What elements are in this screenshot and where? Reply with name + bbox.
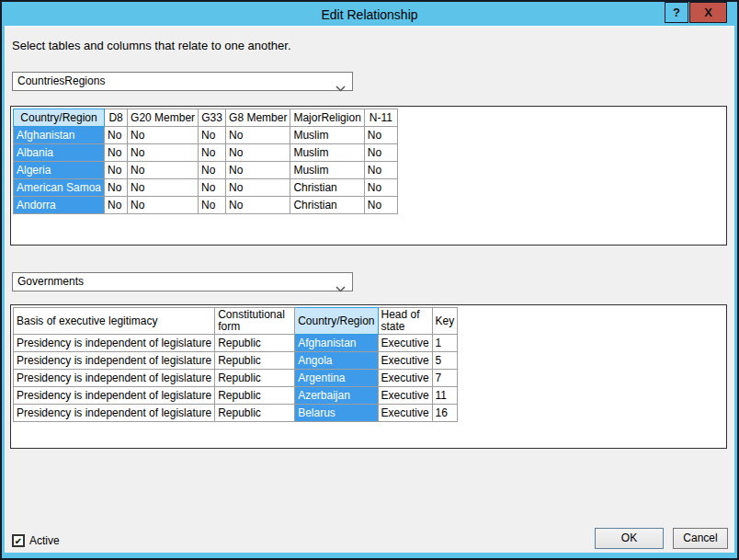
table-cell[interactable]: Azerbaijan	[295, 387, 378, 405]
table-cell[interactable]: Muslim	[290, 162, 364, 179]
table-cell[interactable]: No	[364, 162, 397, 179]
table-cell[interactable]: Executive	[378, 335, 432, 352]
help-icon: ?	[673, 6, 680, 19]
table-cell[interactable]: Republic	[215, 370, 295, 387]
column-header[interactable]: Country/Region	[295, 308, 378, 335]
table-cell[interactable]: No	[105, 162, 128, 179]
table-cell[interactable]: Republic	[215, 352, 295, 370]
table1-select-value: CountriesRegions	[17, 74, 105, 87]
header-row: Country/RegionD8G20 MemberG33G8 MemberMa…	[14, 109, 398, 127]
table-cell[interactable]: Republic	[215, 405, 295, 422]
column-header[interactable]: MajorReligion	[290, 109, 364, 127]
edit-relationship-dialog: Edit Relationship ? X Select tables and …	[0, 0, 739, 560]
table2-select[interactable]: Governments	[12, 272, 353, 291]
table-cell[interactable]: Algeria	[14, 162, 105, 179]
table-row: Presidency is independent of legislature…	[14, 387, 458, 405]
cancel-button[interactable]: Cancel	[673, 528, 728, 549]
table-cell[interactable]: 1	[432, 335, 458, 352]
table-cell[interactable]: Argentina	[295, 370, 378, 387]
table-row: Presidency is independent of legislature…	[14, 370, 458, 387]
table-cell[interactable]: No	[364, 144, 397, 162]
table-cell[interactable]: Afghanistan	[295, 335, 378, 352]
table-cell[interactable]: American Samoa	[14, 179, 105, 197]
column-header[interactable]: Constitutional form	[215, 308, 295, 335]
column-header[interactable]: N-11	[364, 109, 397, 127]
active-row: ✔ Active	[12, 533, 60, 548]
table1-panel: Country/RegionD8G20 MemberG33G8 MemberMa…	[10, 106, 727, 246]
table-cell[interactable]: No	[128, 127, 199, 144]
ok-button[interactable]: OK	[595, 528, 664, 549]
column-header[interactable]: D8	[105, 109, 128, 127]
table-cell[interactable]: Christian	[290, 197, 364, 214]
column-header[interactable]: Head of state	[378, 308, 432, 335]
table-cell[interactable]: Executive	[378, 387, 432, 405]
column-header[interactable]: G20 Member	[128, 109, 199, 127]
column-header[interactable]: Country/Region	[14, 109, 105, 127]
table-cell[interactable]: Presidency is independent of legislature	[14, 335, 215, 352]
help-button[interactable]: ?	[665, 2, 688, 23]
table-cell[interactable]: No	[105, 179, 128, 197]
active-checkbox[interactable]: ✔	[12, 534, 25, 547]
table-cell[interactable]: No	[226, 179, 290, 197]
table-cell[interactable]: No	[226, 127, 290, 144]
table-row: AlbaniaNoNoNoNoMuslimNo	[14, 144, 398, 162]
table-cell[interactable]: No	[199, 144, 226, 162]
countries-regions-table[interactable]: Country/RegionD8G20 MemberG33G8 MemberMa…	[13, 109, 398, 214]
table-cell[interactable]: Executive	[378, 370, 432, 387]
table-cell[interactable]: Muslim	[290, 127, 364, 144]
table-row: AndorraNoNoNoNoChristianNo	[14, 197, 398, 214]
table-cell[interactable]: No	[199, 162, 226, 179]
table-cell[interactable]: No	[105, 144, 128, 162]
table-cell[interactable]: Presidency is independent of legislature	[14, 370, 215, 387]
header-row: Basis of executive legitimacyConstitutio…	[14, 308, 458, 335]
table-cell[interactable]: No	[105, 127, 128, 144]
table-cell[interactable]: Executive	[378, 405, 432, 422]
table-cell[interactable]: Muslim	[290, 144, 364, 162]
table-cell[interactable]: No	[364, 197, 397, 214]
table-cell[interactable]: 5	[432, 352, 458, 370]
table-cell[interactable]: Afghanistan	[14, 127, 105, 144]
table-cell[interactable]: No	[199, 197, 226, 214]
governments-table[interactable]: Basis of executive legitimacyConstitutio…	[13, 307, 458, 422]
table-cell[interactable]: 7	[432, 370, 458, 387]
table-cell[interactable]: 11	[432, 387, 458, 405]
table-cell[interactable]: No	[199, 127, 226, 144]
close-button[interactable]: X	[689, 2, 727, 23]
table-cell[interactable]: Albania	[14, 144, 105, 162]
table-cell[interactable]: Presidency is independent of legislature	[14, 405, 215, 422]
table-cell[interactable]: Andorra	[14, 197, 105, 214]
table-row: Presidency is independent of legislature…	[14, 352, 458, 370]
table-cell[interactable]: Executive	[378, 352, 432, 370]
table2-select-value: Governments	[17, 275, 84, 288]
table-cell[interactable]: No	[128, 144, 199, 162]
dialog-title: Edit Relationship	[2, 7, 737, 22]
table-cell[interactable]: No	[199, 179, 226, 197]
table-cell[interactable]: No	[226, 144, 290, 162]
column-header[interactable]: G33	[199, 109, 226, 127]
table-row: AfghanistanNoNoNoNoMuslimNo	[14, 127, 398, 144]
table-cell[interactable]: No	[226, 197, 290, 214]
table-cell[interactable]: Presidency is independent of legislature	[14, 387, 215, 405]
table-cell[interactable]: No	[364, 127, 397, 144]
table-cell[interactable]: No	[128, 197, 199, 214]
instruction-text: Select tables and columns that relate to…	[12, 39, 291, 52]
table-cell[interactable]: No	[226, 162, 290, 179]
table-cell[interactable]: Republic	[215, 335, 295, 352]
table-cell[interactable]: No	[128, 162, 199, 179]
table1-select[interactable]: CountriesRegions	[12, 72, 353, 91]
table-cell[interactable]: Presidency is independent of legislature	[14, 352, 215, 370]
column-header[interactable]: Basis of executive legitimacy	[14, 308, 215, 335]
checkmark-icon: ✔	[15, 536, 22, 546]
table-cell[interactable]: Belarus	[295, 405, 378, 422]
table-row: American SamoaNoNoNoNoChristianNo	[14, 179, 398, 197]
table-cell[interactable]: 16	[432, 405, 458, 422]
table-cell[interactable]: Republic	[215, 387, 295, 405]
table-cell[interactable]: Christian	[290, 179, 364, 197]
table-cell[interactable]: Angola	[295, 352, 378, 370]
column-header[interactable]: Key	[432, 308, 458, 335]
column-header[interactable]: G8 Member	[226, 109, 290, 127]
table-cell[interactable]: No	[128, 179, 199, 197]
chevron-down-icon	[335, 280, 346, 298]
table-cell[interactable]: No	[364, 179, 397, 197]
table-cell[interactable]: No	[105, 197, 128, 214]
